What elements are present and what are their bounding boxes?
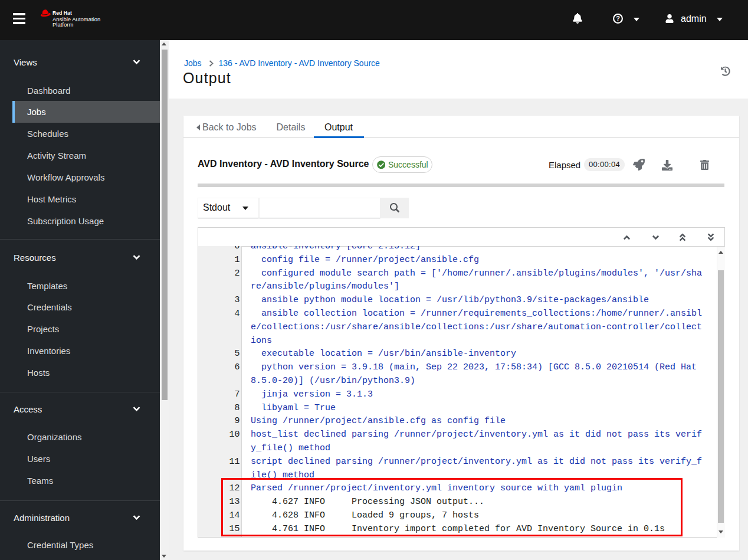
svg-text:?: ? [616,15,620,22]
